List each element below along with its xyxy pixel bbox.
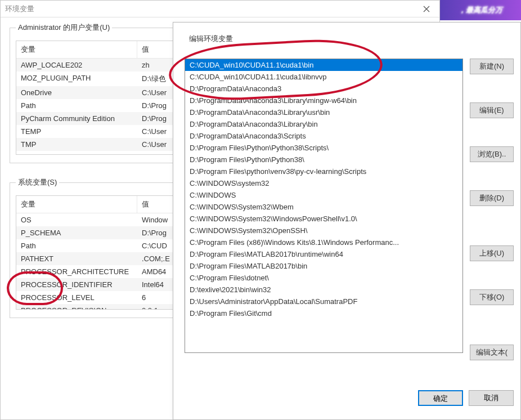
var-name: PROCESSOR_REVISION [16,304,137,309]
var-name: P_SCHEMA [16,226,137,239]
close-icon [423,6,430,12]
sys-vars-label: 系统变量(S) [16,177,59,187]
list-item[interactable]: C:\WINDOWS\system32 [185,177,462,189]
list-item[interactable]: C:\WINDOWS\System32\Wbem [185,201,462,213]
col-variable[interactable]: 变量 [16,41,137,58]
var-name: PROCESSOR_LEVEL [16,291,137,304]
edit-footer: 确定 取消 [412,390,514,406]
var-name: OS [16,213,137,226]
list-item[interactable]: C:\Program Files (x86)\Windows Kits\8.1\… [185,236,462,248]
move-down-button[interactable]: 下移(O) [470,289,514,305]
list-item[interactable]: D:\ProgramData\Anaconda3\Scripts [185,130,462,142]
list-item[interactable]: D:\Program Files\MATLAB2017b\bin [185,260,462,272]
edit-cancel-button[interactable]: 取消 [469,390,514,406]
list-item[interactable]: D:\Program Files\Git\cmd [185,307,462,319]
list-item[interactable]: D:\Program Files\MATLAB2017b\runtime\win… [185,248,462,260]
list-item[interactable]: D:\texlive\2021\bin\win32 [185,284,462,296]
list-item[interactable]: C:\Program Files\dotnet\ [185,272,462,284]
var-name: TMP [16,138,137,151]
var-name: OneDrive [16,86,137,99]
edit-title: 编辑环境变量 [189,34,233,44]
var-name: Path [16,99,137,112]
list-item[interactable]: D:\Program Files\Python\Python38\ [185,154,462,166]
list-item[interactable]: C:\WINDOWS\System32\WindowsPowerShell\v1… [185,213,462,225]
list-item[interactable]: D:\ProgramData\Anaconda3 [185,83,462,95]
edit-text-button[interactable]: 编辑文本( [470,345,514,360]
var-name: PROCESSOR_ARCHITECTURE [16,265,137,278]
var-name: PATHEXT [16,252,137,265]
edit-ok-button[interactable]: 确定 [418,390,463,406]
list-item[interactable]: D:\Program Files\Python\Python38\Scripts… [185,142,462,154]
browse-button[interactable]: 浏览(B).. [470,146,514,162]
var-name: PROCESSOR_IDENTIFIER [16,278,137,291]
list-item[interactable]: D:\Program Files\python\venv38\py-cv-lea… [185,166,462,177]
ad-text: ，最高瓜分万 [459,5,502,15]
edit-env-window: 编辑环境变量 C:\CUDA_win10\CUDA11.1\cuda1\binC… [173,22,521,420]
delete-button[interactable]: 删除(D) [470,190,514,206]
edit-buttons: 新建(N) 编辑(E) 浏览(B).. 删除(D) 上移(U) 下移(O) 编辑… [470,59,514,357]
list-item[interactable]: D:\ProgramData\Anaconda3\Library\usr\bin [185,106,462,118]
list-item[interactable]: D:\ProgramData\Anaconda3\Library\bin [185,118,462,130]
new-button[interactable]: 新建(N) [470,59,514,74]
env-titlebar: 环境变量 [1,1,439,17]
user-vars-label: Administrator 的用户变量(U) [16,23,112,33]
list-item[interactable]: C:\CUDA_win10\CUDA11.1\cuda1\libnvvp [185,71,462,83]
var-name: MOZ_PLUGIN_PATH [16,72,137,86]
var-name: TEMP [16,125,137,138]
var-name: PyCharm Community Edition [16,112,137,125]
move-up-button[interactable]: 上移(U) [470,245,514,261]
col-variable[interactable]: 变量 [16,196,137,213]
list-item[interactable]: C:\WINDOWS [185,189,462,201]
env-title: 环境变量 [5,4,34,14]
list-item[interactable]: D:\Users\Administrator\AppData\Local\Sum… [185,296,462,307]
list-item[interactable]: D:\ProgramData\Anaconda3\Library\mingw-w… [185,95,462,106]
var-name: AWP_LOCALE202 [16,59,137,72]
list-item[interactable]: C:\CUDA_win10\CUDA11.1\cuda1\bin [185,59,462,71]
list-item[interactable]: C:\WINDOWS\System32\OpenSSH\ [185,225,462,236]
edit-button[interactable]: 编辑(E) [470,102,514,118]
ad-banner: ，最高瓜分万 [440,0,521,20]
var-name: Path [16,239,137,252]
path-listbox[interactable]: C:\CUDA_win10\CUDA11.1\cuda1\binC:\CUDA_… [185,59,463,353]
close-button[interactable] [414,1,439,17]
